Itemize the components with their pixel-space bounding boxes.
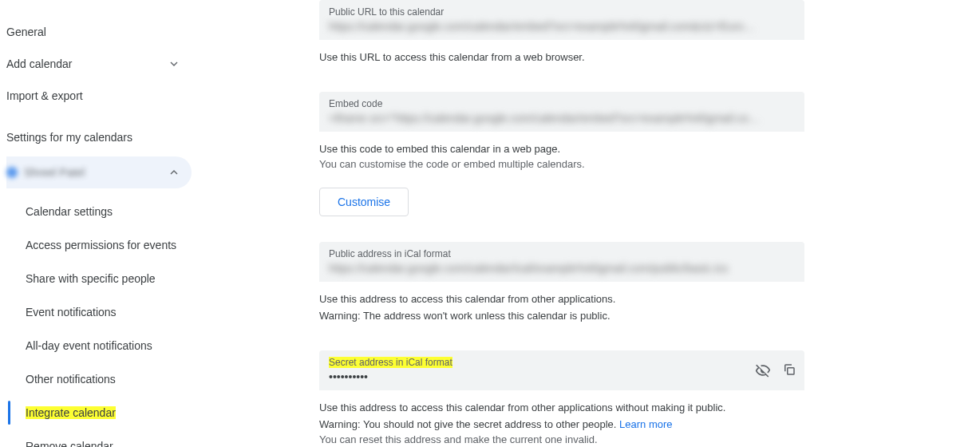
ical-public-help-1: Use this address to access this calendar… (319, 293, 804, 305)
field-label: Secret address in iCal format (329, 357, 452, 368)
embed-help-1: Use this code to embed this calendar in … (319, 143, 804, 155)
sidebar-item-general[interactable]: General (6, 16, 192, 48)
sidebar-item-add-calendar[interactable]: Add calendar (6, 48, 192, 80)
ical-public-help-2: Warning: The address won't work unless t… (319, 310, 804, 322)
settings-sidebar: General Add calendar Import & export Set… (0, 0, 192, 447)
calendar-subnav: Calendar settings Access permissions for… (6, 195, 192, 447)
subnav-share-specific[interactable]: Share with specific people (6, 262, 192, 295)
calendar-name: Shreel Patel (24, 166, 85, 179)
ical-secret-help-1: Use this address to access this calendar… (319, 402, 804, 413)
sidebar-item-label: General (6, 26, 46, 38)
field-label: Public URL to this calendar (329, 6, 444, 18)
embed-code-field[interactable]: Embed code <iframe src="https://calendar… (319, 92, 804, 132)
customise-button[interactable]: Customise (319, 188, 409, 216)
ical-secret-warning: Warning: You should not give the secret … (319, 418, 804, 430)
subnav-remove-calendar[interactable]: Remove calendar (6, 429, 192, 447)
field-label: Embed code (329, 98, 382, 109)
sidebar-item-label: Add calendar (6, 57, 73, 70)
embed-code-value: <iframe src="https://calendar.google.com… (329, 111, 760, 125)
sidebar-item-label: Import & export (6, 89, 83, 102)
visibility-off-icon[interactable] (755, 362, 771, 378)
settings-main: Public URL to this calendar https://cale… (192, 0, 980, 447)
ical-public-field[interactable]: Public address in iCal format https://ca… (319, 242, 804, 282)
chevron-up-icon (166, 164, 182, 180)
public-url-value: https://calendar.google.com/calendar/emb… (329, 19, 760, 34)
embed-help-2: You can customise the code or embed mult… (319, 158, 804, 170)
subnav-event-notifications[interactable]: Event notifications (6, 295, 192, 329)
calendar-color-dot (6, 167, 18, 178)
sidebar-section-header: Settings for my calendars (6, 112, 192, 156)
subnav-integrate-calendar[interactable]: Integrate calendar (6, 396, 192, 429)
ical-secret-help-3: You can reset this address and make the … (319, 433, 804, 445)
learn-more-link[interactable]: Learn more (619, 418, 672, 430)
chevron-down-icon (166, 56, 182, 72)
svg-rect-0 (788, 368, 794, 374)
ical-secret-field[interactable]: Secret address in iCal format •••••••••• (319, 350, 804, 390)
sidebar-calendar-item[interactable]: Shreel Patel (6, 156, 192, 188)
subnav-other-notifications[interactable]: Other notifications (6, 362, 192, 396)
field-label: Public address in iCal format (329, 248, 451, 259)
ical-public-value: https://calendar.google.com/calendar/ica… (329, 261, 760, 275)
sidebar-item-import-export[interactable]: Import & export (6, 80, 192, 112)
public-url-field[interactable]: Public URL to this calendar https://cale… (319, 0, 804, 40)
ical-secret-value: •••••••••• (329, 370, 760, 384)
subnav-calendar-settings[interactable]: Calendar settings (6, 195, 192, 228)
copy-icon[interactable] (782, 362, 796, 378)
public-url-help: Use this URL to access this calendar fro… (319, 51, 804, 63)
subnav-item-label: Integrate calendar (26, 406, 116, 419)
subnav-allday-notifications[interactable]: All-day event notifications (6, 329, 192, 362)
subnav-access-permissions[interactable]: Access permissions for events (6, 228, 192, 262)
